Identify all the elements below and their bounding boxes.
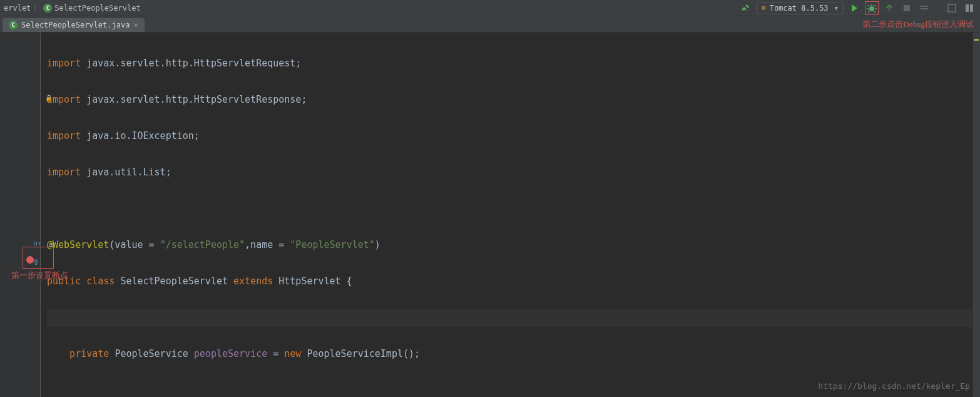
java-class-icon: C (9, 21, 18, 29)
scrollbar[interactable] (972, 33, 980, 397)
svg-rect-5 (966, 4, 969, 12)
annotation-step2: 第二步点击Debug按钮进入调试 (862, 19, 974, 30)
svg-rect-1 (904, 5, 910, 11)
tool-button-1[interactable] (945, 1, 959, 15)
class-icon: C (43, 4, 52, 13)
hammer-icon (740, 3, 750, 13)
file-tab[interactable]: C SelectPeopleServlet.java × (3, 18, 145, 32)
tool-button-2[interactable] (962, 1, 976, 15)
scroll-warning-marker[interactable] (974, 39, 979, 41)
code-editor[interactable]: import javax.servlet.http.HttpServletReq… (41, 33, 980, 397)
editor-tabs: C SelectPeopleServlet.java × (0, 16, 980, 33)
close-tab-icon[interactable]: × (133, 21, 138, 29)
svg-rect-2 (921, 6, 928, 7)
svg-rect-6 (970, 4, 973, 12)
breadcrumb-sep: 〉 (33, 3, 41, 13)
bug-icon (867, 3, 877, 13)
layout-icon (964, 3, 974, 13)
svg-point-0 (869, 6, 874, 11)
run-button[interactable] (847, 1, 861, 15)
play-icon (849, 3, 859, 13)
breakpoint-icon[interactable] (26, 256, 34, 264)
debug-button[interactable] (865, 1, 879, 15)
breadcrumb-folder[interactable]: ervlet (4, 4, 31, 13)
chevron-down-icon: ▼ (835, 5, 838, 11)
build-button[interactable] (738, 1, 752, 15)
stop-icon (902, 3, 912, 13)
stop-button[interactable] (900, 1, 914, 15)
attach-button[interactable] (882, 1, 896, 15)
svg-rect-4 (948, 4, 956, 12)
breadcrumb: ervlet 〉 C SelectPeopleServlet (4, 3, 141, 13)
watermark: https://blog.csdn.net/kepler_Ep (818, 381, 970, 391)
run-config-selector[interactable]: ⚙ Tomcat 8.5.53 ▼ (756, 2, 844, 14)
gutter[interactable]: 🔒 o↑ @ ⊟ (0, 33, 41, 397)
annotation-step1: 第一步设置断点 (11, 270, 68, 281)
more-button[interactable] (917, 1, 931, 15)
more-icon (919, 3, 929, 13)
attach-icon (884, 3, 894, 13)
square-icon (947, 3, 957, 13)
svg-rect-3 (921, 8, 928, 9)
breadcrumb-class[interactable]: C SelectPeopleServlet (43, 4, 140, 13)
tomcat-icon: ⚙ (762, 4, 766, 12)
